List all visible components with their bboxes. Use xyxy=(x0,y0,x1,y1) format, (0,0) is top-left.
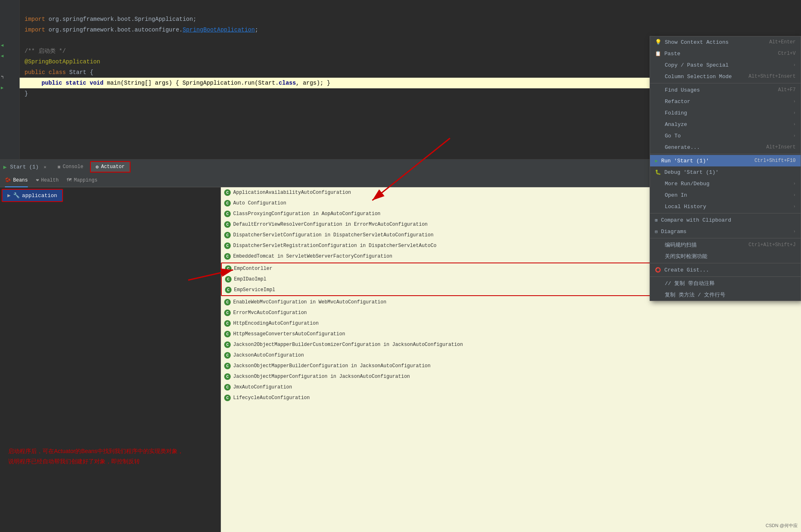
menu-find-usages[interactable]: Find Usages Alt+F7 xyxy=(650,84,801,96)
menu-divider-5 xyxy=(650,263,801,263)
bean-item[interactable]: C JacksonObjectMapperBuilderConfiguratio… xyxy=(221,361,801,371)
bean-item[interactable]: C Jackson2ObjectMapperBuilderCustomizerC… xyxy=(221,339,801,350)
editor-gutter: ◀ ◀ ↰ ▶ xyxy=(0,0,20,159)
beans-icon: 🫘 xyxy=(5,177,11,183)
health-icon: ❤️ xyxy=(36,177,39,183)
bean-type-icon: C xyxy=(224,200,231,207)
bean-type-icon: C xyxy=(225,287,232,293)
bean-type-icon: C xyxy=(224,232,231,238)
menu-create-gist[interactable]: ⭕ Create Gist... xyxy=(650,264,801,276)
watermark: CSDN @何中应 xyxy=(766,523,798,529)
bean-type-icon: C xyxy=(224,341,231,348)
menu-divider-1 xyxy=(650,83,801,83)
actuator-tab-mappings[interactable]: 🗺 Mappings xyxy=(67,174,97,187)
menu-column-selection[interactable]: Column Selection Mode Alt+Shift+Insert xyxy=(650,71,801,82)
panel-title: Start (1) xyxy=(10,164,38,170)
bean-item[interactable]: C JmxAutoConfiguration xyxy=(221,382,801,393)
app-icon: 🔧 xyxy=(13,192,20,199)
menu-folding[interactable]: Folding › xyxy=(650,107,801,119)
diagrams-icon: ⊟ xyxy=(655,229,658,234)
arrow-icon-6: › xyxy=(793,182,796,186)
menu-more-run-debug[interactable]: More Run/Debug › xyxy=(650,178,801,189)
bean-type-icon: C xyxy=(224,320,231,327)
arrow-icon-1: › xyxy=(793,63,796,67)
arrow-icon-3: › xyxy=(793,111,796,115)
close-icon[interactable]: ✕ xyxy=(44,164,47,170)
bean-type-icon: C xyxy=(224,395,231,401)
context-menu: 💡 Show Context Actions Alt+Enter 📋 Paste… xyxy=(650,36,801,301)
arrow-icon-9: › xyxy=(793,229,796,234)
menu-copy-paste-special[interactable]: Copy / Paste Special › xyxy=(650,59,801,71)
menu-code-scan[interactable]: 编码规约扫描 Ctrl+Alt+Shift+J xyxy=(650,239,801,251)
annotation-text: 启动程序后，可在Actuator的Beans中找到我们程序中的实现类对象， 说明… xyxy=(8,446,183,467)
run-icon: ▶ xyxy=(3,164,7,171)
arrow-icon-5: › xyxy=(793,134,796,138)
menu-divider-4 xyxy=(650,238,801,238)
tree-expand-icon: ▶ xyxy=(7,192,11,199)
bean-type-icon: C xyxy=(225,265,232,272)
bean-type-icon: C xyxy=(224,363,231,369)
menu-generate[interactable]: Generate... Alt+Insert xyxy=(650,141,801,153)
menu-divider-3 xyxy=(650,213,801,213)
arrow-icon-8: › xyxy=(793,204,796,209)
code-line-2: import org.springframework.boot.autoconf… xyxy=(25,25,796,35)
tree-item-application[interactable]: ▶ 🔧 application xyxy=(2,190,62,201)
menu-divider-2 xyxy=(650,154,801,154)
bean-type-icon: C xyxy=(224,253,231,260)
menu-refactor[interactable]: Refactor › xyxy=(650,96,801,107)
beans-left-panel: ▶ 🔧 application 启动程序后，可在Actuator的Beans中找… xyxy=(0,187,221,532)
menu-goto[interactable]: Go To › xyxy=(650,130,801,141)
actuator-icon: ⚙ xyxy=(96,164,99,170)
menu-divider-6 xyxy=(650,276,801,277)
bean-type-icon: C xyxy=(224,384,231,391)
menu-paste[interactable]: 📋 Paste Ctrl+V xyxy=(650,48,801,59)
bean-type-icon: C xyxy=(224,189,231,196)
bean-item[interactable]: C LifecycleAutoConfiguration xyxy=(221,393,801,403)
menu-debug-start[interactable]: 🐛 Debug 'Start (1)' xyxy=(650,166,801,178)
gist-icon: ⭕ xyxy=(655,267,661,273)
paste-icon: 📋 xyxy=(655,51,661,57)
tab-console[interactable]: ▣ Console xyxy=(53,161,88,173)
menu-run-start[interactable]: ▶ Run 'Start (1)' Ctrl+Shift+F10 xyxy=(650,155,801,166)
console-icon: ▣ xyxy=(58,164,60,169)
arrow-icon-7: › xyxy=(793,193,796,198)
actuator-tab-beans[interactable]: 🫘 Beans xyxy=(5,174,28,187)
menu-close-realtime[interactable]: 关闭实时检测功能 xyxy=(650,251,801,262)
compare-icon: ⊞ xyxy=(655,218,658,223)
menu-show-context-actions[interactable]: 💡 Show Context Actions Alt+Enter xyxy=(650,36,801,48)
menu-analyze[interactable]: Analyze › xyxy=(650,119,801,130)
bean-type-icon: C xyxy=(224,242,231,249)
debug-icon: 🐛 xyxy=(655,169,661,175)
bean-type-icon: C xyxy=(224,211,231,217)
bean-item[interactable]: C JacksonAutoConfiguration xyxy=(221,350,801,361)
bean-type-icon: C xyxy=(224,352,231,359)
bean-type-icon: C xyxy=(224,310,231,316)
arrow-icon-4: › xyxy=(793,122,796,127)
context-actions-icon: 💡 xyxy=(655,39,662,45)
menu-diagrams[interactable]: ⊟ Diagrams › xyxy=(650,226,801,237)
run-start-icon: ▶ xyxy=(655,158,658,164)
bean-item[interactable]: C JacksonObjectMapperConfiguration in Ja… xyxy=(221,371,801,382)
menu-copy-method-line[interactable]: 复制 类方法 / 文件行号 xyxy=(650,289,801,301)
arrow-icon-2: › xyxy=(793,99,796,104)
bean-item[interactable]: C ErrorMvcAutoConfiguration xyxy=(221,308,801,318)
tab-actuator[interactable]: ⚙ Actuator xyxy=(90,161,130,173)
actuator-tab-health[interactable]: ❤️ Health xyxy=(36,174,59,187)
bean-type-icon: C xyxy=(224,331,231,337)
menu-compare-clipboard[interactable]: ⊞ Compare with Clipboard xyxy=(650,214,801,226)
code-line-1: import org.springframework.boot.SpringAp… xyxy=(25,14,796,25)
bean-type-icon: C xyxy=(225,276,232,283)
tree-item-label: application xyxy=(22,193,57,199)
mappings-icon: 🗺 xyxy=(67,177,72,183)
menu-local-history[interactable]: Local History › xyxy=(650,201,801,212)
bean-item[interactable]: C HttpEncodingAutoConfiguration xyxy=(221,318,801,329)
menu-copy-with-comment[interactable]: // 复制 带自动注释 xyxy=(650,278,801,289)
bean-type-icon: C xyxy=(224,373,231,380)
bean-item[interactable]: C HttpMessageConvertersAutoConfiguration xyxy=(221,329,801,339)
menu-open-in[interactable]: Open In › xyxy=(650,189,801,201)
bean-type-icon: C xyxy=(224,299,231,305)
bean-type-icon: C xyxy=(224,221,231,228)
